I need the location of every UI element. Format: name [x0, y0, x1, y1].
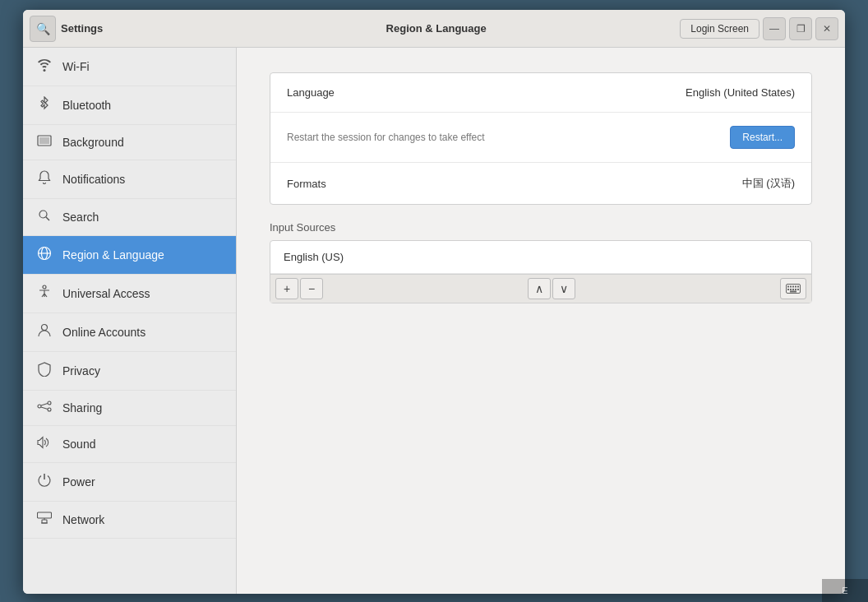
app-title: Settings — [61, 22, 192, 35]
svg-rect-29 — [797, 289, 799, 290]
main-content: Language English (United States) Restart… — [237, 48, 845, 594]
svg-rect-28 — [795, 289, 796, 290]
login-screen-button[interactable]: Login Screen — [680, 19, 760, 39]
sidebar-label-online-accounts: Online Accounts — [62, 326, 145, 339]
language-value: English (United States) — [686, 86, 795, 99]
restore-button[interactable]: ❐ — [789, 17, 812, 40]
sidebar-item-search[interactable]: Search — [23, 199, 236, 236]
online-accounts-icon — [36, 323, 53, 341]
window-actions: Login Screen — ❐ ✕ — [680, 17, 838, 40]
svg-rect-15 — [38, 512, 52, 518]
svg-point-9 — [38, 405, 41, 408]
formats-value: 中国 (汉语) — [742, 176, 795, 191]
sidebar-item-sound[interactable]: Sound — [23, 426, 236, 463]
svg-rect-19 — [787, 286, 789, 288]
notifications-icon — [36, 170, 53, 188]
search-icon — [36, 209, 53, 225]
sidebar-label-bluetooth: Bluetooth — [62, 99, 111, 112]
search-button[interactable]: 🔍 — [30, 16, 56, 42]
sharing-icon — [36, 401, 53, 415]
svg-rect-20 — [790, 286, 792, 288]
power-icon — [36, 473, 53, 491]
input-sources-card: English (US) + − ∧ ∨ — [270, 240, 812, 303]
background-icon — [36, 135, 53, 150]
language-row: Language English (United States) — [270, 73, 811, 113]
move-down-button[interactable]: ∨ — [552, 278, 575, 299]
svg-rect-1 — [39, 137, 49, 144]
formats-label: Formats — [287, 178, 742, 190]
input-sources-list: English (US) — [270, 241, 811, 274]
sidebar-item-power[interactable]: Power — [23, 463, 236, 502]
bluetooth-icon — [36, 96, 53, 114]
sidebar-item-background[interactable]: Background — [23, 125, 236, 160]
sidebar-item-sharing[interactable]: Sharing — [23, 391, 236, 426]
sidebar-item-universal-access[interactable]: Universal Access — [23, 275, 236, 313]
sidebar-item-online-accounts[interactable]: Online Accounts — [23, 313, 236, 352]
svg-line-3 — [46, 217, 49, 220]
minimize-button[interactable]: — — [763, 17, 786, 40]
svg-point-10 — [48, 401, 51, 405]
sidebar-label-power: Power — [62, 475, 95, 489]
universal-access-icon — [36, 285, 53, 303]
sidebar-item-privacy[interactable]: Privacy — [23, 352, 236, 391]
formats-row: Formats 中国 (汉语) — [270, 163, 811, 204]
sidebar-label-region-language: Region & Language — [62, 248, 164, 262]
close-button[interactable]: ✕ — [815, 17, 838, 40]
sidebar-label-sharing: Sharing — [62, 401, 102, 414]
input-source-item[interactable]: English (US) — [270, 241, 811, 274]
restart-note: Restart the session for changes to take … — [287, 132, 730, 143]
restart-row: Restart the session for changes to take … — [270, 113, 811, 163]
sidebar-label-network: Network — [62, 513, 104, 526]
taskbar: E — [822, 579, 868, 602]
sidebar-item-region-language[interactable]: Region & Language — [23, 236, 236, 275]
settings-window: 🔍 Settings Region & Language Login Scree… — [23, 10, 845, 594]
sidebar-label-notifications: Notifications — [62, 173, 125, 186]
sidebar-label-universal-access: Universal Access — [62, 287, 150, 300]
titlebar: 🔍 Settings Region & Language Login Scree… — [23, 10, 845, 48]
taskbar-label: E — [842, 586, 847, 595]
sidebar-label-sound: Sound — [62, 438, 95, 451]
page-title: Region & Language — [192, 22, 680, 35]
svg-rect-21 — [792, 286, 794, 288]
sidebar-label-wifi: Wi-Fi — [62, 60, 90, 73]
input-sources-title: Input Sources — [270, 221, 812, 234]
svg-rect-22 — [795, 286, 796, 288]
add-source-button[interactable]: + — [275, 278, 298, 299]
content-area: Wi-Fi Bluetooth Background Notifications — [23, 48, 845, 594]
remove-source-button[interactable]: − — [300, 278, 323, 299]
sidebar-item-notifications[interactable]: Notifications — [23, 160, 236, 199]
sidebar-item-network[interactable]: Network — [23, 502, 236, 539]
language-label: Language — [287, 86, 686, 99]
svg-rect-25 — [790, 289, 792, 290]
network-icon — [36, 512, 53, 528]
svg-rect-23 — [797, 286, 799, 288]
sidebar-item-wifi[interactable]: Wi-Fi — [23, 48, 236, 86]
sidebar-label-background: Background — [62, 136, 124, 149]
input-sources-toolbar: + − ∧ ∨ — [270, 274, 811, 303]
wifi-icon — [36, 58, 53, 76]
svg-rect-27 — [792, 289, 794, 290]
svg-point-7 — [43, 285, 46, 289]
keyboard-settings-button[interactable] — [780, 278, 806, 299]
svg-rect-24 — [787, 289, 789, 290]
sidebar-label-search: Search — [62, 211, 99, 224]
svg-rect-26 — [790, 291, 796, 293]
sidebar-item-bluetooth[interactable]: Bluetooth — [23, 86, 236, 125]
svg-point-2 — [39, 211, 47, 218]
svg-point-11 — [48, 408, 51, 411]
region-language-icon — [36, 246, 53, 264]
sidebar: Wi-Fi Bluetooth Background Notifications — [23, 48, 237, 594]
keyboard-icon — [786, 284, 801, 294]
svg-point-8 — [42, 325, 48, 331]
privacy-icon — [36, 362, 53, 380]
svg-line-12 — [41, 404, 48, 406]
language-card: Language English (United States) Restart… — [270, 72, 812, 205]
move-up-button[interactable]: ∧ — [528, 278, 551, 299]
sound-icon — [36, 436, 53, 452]
svg-rect-14 — [42, 520, 47, 523]
sidebar-label-privacy: Privacy — [62, 364, 100, 377]
svg-line-13 — [41, 407, 48, 410]
restart-button[interactable]: Restart... — [730, 126, 795, 149]
